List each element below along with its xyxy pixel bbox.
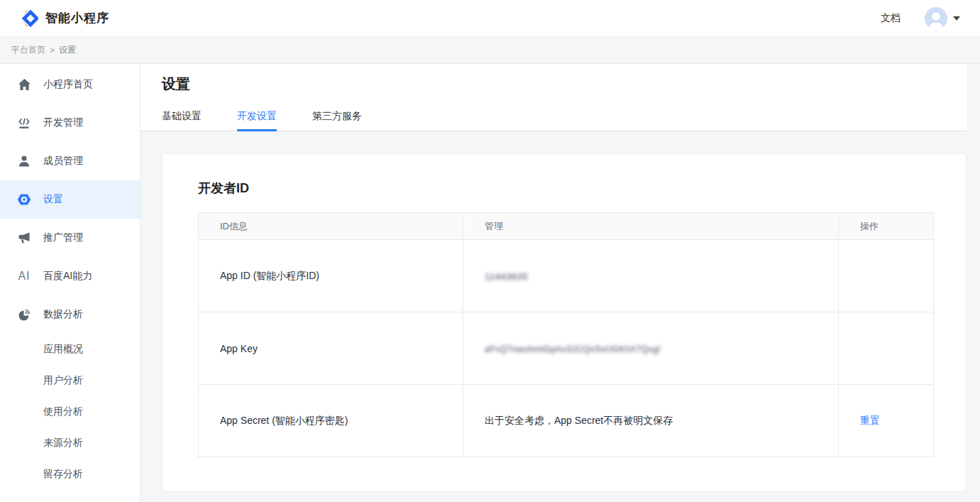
table-row-app-secret: App Secret (智能小程序密匙) 出于安全考虑，App Secret不再… <box>199 385 934 457</box>
doc-link[interactable]: 文档 <box>881 12 901 25</box>
sidebar-item-label: 数据分析 <box>43 308 83 321</box>
sidebar-item-promotion-management[interactable]: 推广管理 <box>0 219 140 257</box>
breadcrumb-separator: > <box>50 45 55 55</box>
page-title: 设置 <box>162 74 967 94</box>
app-id-action-cell <box>839 240 934 312</box>
member-icon <box>17 154 31 168</box>
app-key-label: App Key <box>199 312 463 385</box>
sidebar-item-label: 成员管理 <box>43 155 83 168</box>
breadcrumb-platform-home[interactable]: 平台首页 <box>11 44 45 56</box>
table-row-app-key: App Key aFsQ7nwshmtGpAs32CQnSxUGKhX7Qsgl <box>199 312 934 385</box>
app-secret-note: 出于安全考虑，App Secret不再被明文保存 <box>463 385 839 457</box>
sidebar-item-label: 设置 <box>43 193 63 206</box>
sidebar-item-label: 小程序首页 <box>43 78 93 91</box>
sidebar-item-label: 百度AI能力 <box>43 270 92 283</box>
sidebar-item-miniapp-home[interactable]: 小程序首页 <box>0 65 140 104</box>
brand: 智能小程序 <box>20 9 109 28</box>
column-header-id-info: ID信息 <box>199 213 463 240</box>
avatar[interactable] <box>925 7 947 30</box>
sidebar-subitem-label: 用户分析 <box>43 374 83 387</box>
sidebar-subitem-label: 留存分析 <box>43 468 83 481</box>
table-header-row: ID信息 管理 操作 <box>199 213 934 240</box>
tab-third-party-services[interactable]: 第三方服务 <box>312 110 362 131</box>
app-key-action-cell <box>839 312 934 385</box>
sidebar: 小程序首页 开发管理 成员管理 <box>0 64 141 502</box>
sidebar-item-member-management[interactable]: 成员管理 <box>0 142 140 180</box>
code-icon <box>17 116 31 130</box>
sidebar-subitem-app-overview[interactable]: 应用概况 <box>0 334 140 365</box>
megaphone-icon <box>17 231 31 245</box>
sidebar-subitem-source-analysis[interactable]: 来源分析 <box>0 427 140 459</box>
column-header-management: 管理 <box>463 213 839 240</box>
sidebar-subitem-retention-analysis[interactable]: 留存分析 <box>0 459 140 490</box>
sidebar-item-label: 推广管理 <box>43 231 83 244</box>
app-id-value: 11443635 <box>485 271 528 282</box>
brand-name: 智能小程序 <box>45 10 109 26</box>
ai-icon: AI <box>17 269 31 283</box>
settings-tabs: 基础设置 开发设置 第三方服务 <box>162 110 967 131</box>
sidebar-item-label: 开发管理 <box>43 116 83 129</box>
page-head: 设置 基础设置 开发设置 第三方服务 <box>141 64 967 131</box>
breadcrumb-current: 设置 <box>59 44 76 56</box>
sidebar-subitem-user-analysis[interactable]: 用户分析 <box>0 365 140 396</box>
developer-id-heading: 开发者ID <box>198 180 932 197</box>
home-icon <box>17 77 31 92</box>
sidebar-subitem-label: 来源分析 <box>43 437 83 449</box>
developer-id-card: 开发者ID ID信息 管理 操作 App ID (智能 <box>162 153 967 492</box>
sidebar-item-baidu-ai[interactable]: AI 百度AI能力 <box>0 257 140 295</box>
sidebar-subitem-label: 使用分析 <box>43 405 83 418</box>
reset-button[interactable]: 重置 <box>860 415 880 426</box>
developer-id-table: ID信息 管理 操作 App ID (智能小程序ID) 11443635 App <box>198 212 934 457</box>
app-secret-label: App Secret (智能小程序密匙) <box>199 385 463 457</box>
sidebar-item-settings[interactable]: 设置 <box>0 180 140 219</box>
table-row-app-id: App ID (智能小程序ID) 11443635 <box>199 240 934 312</box>
main-content: 设置 基础设置 开发设置 第三方服务 开发者ID ID信息 管理 <box>141 64 980 502</box>
tab-dev-settings[interactable]: 开发设置 <box>237 110 277 131</box>
chevron-down-icon[interactable] <box>953 16 960 21</box>
brand-logo-icon <box>20 9 38 28</box>
sidebar-item-dev-management[interactable]: 开发管理 <box>0 104 140 142</box>
tab-basic-settings[interactable]: 基础设置 <box>162 110 202 131</box>
pie-chart-icon <box>17 307 31 322</box>
app-header: 智能小程序 文档 <box>0 0 980 37</box>
breadcrumb: 平台首页 > 设置 <box>0 37 980 64</box>
app-id-label: App ID (智能小程序ID) <box>199 240 463 312</box>
sidebar-subitem-usage-analysis[interactable]: 使用分析 <box>0 396 140 427</box>
sidebar-subitem-label: 应用概况 <box>43 343 83 356</box>
user-menu[interactable] <box>925 7 960 30</box>
sidebar-item-data-analysis[interactable]: 数据分析 <box>0 295 140 334</box>
settings-icon <box>17 192 31 207</box>
column-header-action: 操作 <box>839 213 934 240</box>
app-key-value: aFsQ7nwshmtGpAs32CQnSxUGKhX7Qsgl <box>485 344 660 354</box>
